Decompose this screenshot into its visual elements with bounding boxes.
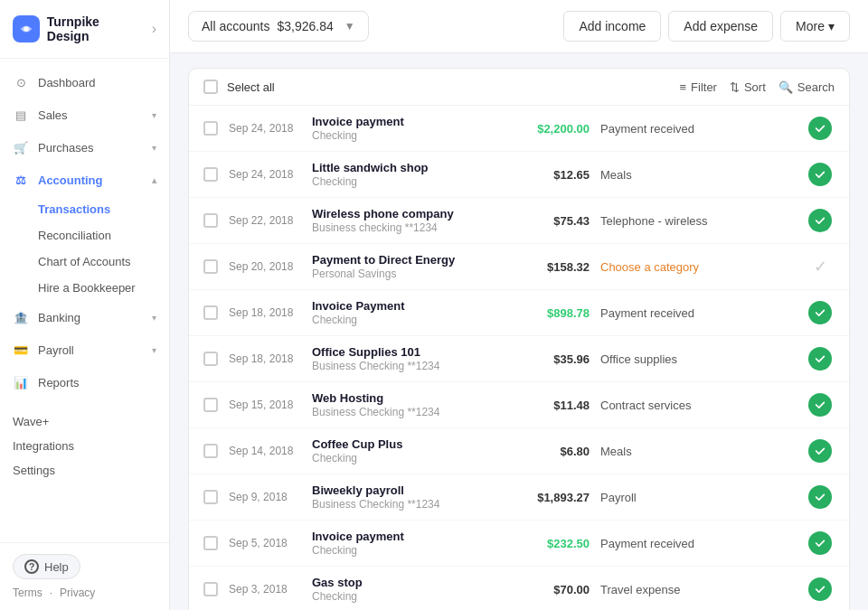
banking-icon: 🏦: [13, 309, 29, 325]
sidebar-item-reconciliation[interactable]: Reconciliation: [38, 222, 169, 249]
row-date-10: Sep 3, 2018: [229, 583, 301, 596]
row-date-3: Sep 20, 2018: [229, 260, 301, 273]
sidebar-item-chart-of-accounts[interactable]: Chart of Accounts: [38, 249, 169, 275]
row-checkbox-9[interactable]: [203, 536, 218, 550]
table-row[interactable]: Sep 22, 2018 Wireless phone company Busi…: [189, 198, 849, 244]
terms-link[interactable]: Terms: [13, 587, 42, 599]
row-name-2: Wireless phone company: [312, 207, 506, 221]
table-row[interactable]: Sep 15, 2018 Web Hosting Business Checki…: [189, 382, 849, 428]
row-date-8: Sep 9, 2018: [229, 491, 301, 503]
sidebar-collapse-icon[interactable]: ›: [152, 21, 156, 37]
row-checkbox-8[interactable]: [203, 490, 218, 504]
table-row[interactable]: Sep 14, 2018 Coffee Cup Plus Checking $6…: [189, 428, 849, 474]
sidebar-item-banking[interactable]: 🏦 Banking ▾: [0, 301, 169, 333]
sidebar-item-integrations[interactable]: Integrations: [13, 434, 156, 458]
row-account-0: Checking: [312, 129, 506, 142]
row-category-0: Payment received: [600, 122, 795, 136]
row-checkbox-4[interactable]: [203, 305, 218, 320]
row-checkbox-3[interactable]: [203, 259, 218, 274]
row-checkbox-10[interactable]: [203, 582, 218, 596]
more-button[interactable]: More ▾: [780, 11, 850, 42]
row-account-4: Checking: [312, 314, 506, 326]
add-income-button[interactable]: Add income: [563, 11, 661, 42]
row-category-5: Office supplies: [600, 352, 795, 366]
sidebar-item-purchases-label: Purchases: [38, 141, 93, 155]
row-status-3: ✓: [806, 257, 835, 277]
row-amount-4: $898.78: [517, 306, 590, 320]
accounting-subnav: Transactions Reconciliation Chart of Acc…: [0, 196, 169, 301]
row-status-4: [806, 301, 835, 324]
row-name-0: Invoice payment: [312, 115, 506, 128]
select-all-checkbox[interactable]: [203, 80, 218, 94]
row-status-6: [806, 393, 835, 417]
row-checkbox-0[interactable]: [203, 121, 218, 136]
payroll-icon: 💳: [13, 342, 29, 358]
status-done-icon-6: [808, 393, 832, 417]
sidebar-item-hire-bookkeeper[interactable]: Hire a Bookkeeper: [38, 275, 169, 301]
row-checkbox-5[interactable]: [203, 352, 218, 366]
sidebar-item-dashboard[interactable]: ⊙ Dashboard: [0, 66, 169, 99]
row-checkbox-1[interactable]: [203, 167, 218, 182]
row-category-8: Payroll: [600, 491, 795, 504]
sort-button[interactable]: ⇅ Sort: [730, 80, 766, 94]
table-row[interactable]: Sep 9, 2018 Biweekly payroll Business Ch…: [189, 474, 849, 521]
row-name-8: Biweekly payroll: [312, 483, 506, 497]
sidebar: Turnpike Design › ⊙ Dashboard ▤ Sales ▾ …: [0, 0, 170, 610]
row-details-2: Wireless phone company Business checking…: [312, 207, 506, 234]
table-row[interactable]: Sep 24, 2018 Little sandwich shop Checki…: [189, 152, 849, 198]
row-date-0: Sep 24, 2018: [229, 122, 301, 135]
status-done-icon-10: [808, 577, 832, 601]
account-selector[interactable]: All accounts $3,926.84 ▼: [188, 11, 369, 42]
sidebar-item-reports[interactable]: 📊 Reports: [0, 366, 169, 399]
table-row[interactable]: Sep 18, 2018 Invoice Payment Checking $8…: [189, 290, 849, 336]
logo-area: Turnpike Design ›: [0, 0, 169, 59]
help-button[interactable]: ? Help: [13, 554, 80, 579]
row-amount-8: $1,893.27: [517, 491, 590, 504]
logo-text: Turnpike Design: [47, 14, 145, 43]
row-status-0: [806, 117, 835, 140]
table-row[interactable]: Sep 3, 2018 Gas stop Checking $70.00 Tra…: [189, 567, 849, 610]
reports-icon: 📊: [13, 374, 29, 390]
table-row[interactable]: Sep 20, 2018 Payment to Direct Energy Pe…: [189, 244, 849, 290]
status-done-icon-5: [808, 347, 832, 371]
sidebar-item-accounting[interactable]: ⚖ Accounting ▴: [0, 164, 169, 196]
row-checkbox-7[interactable]: [203, 444, 218, 458]
footer-separator: ·: [50, 587, 52, 599]
sidebar-item-accounting-label: Accounting: [38, 174, 103, 187]
accounting-chevron: ▴: [152, 175, 156, 185]
transaction-list: Sep 24, 2018 Invoice payment Checking $2…: [189, 106, 849, 610]
sort-icon: ⇅: [730, 80, 740, 94]
row-account-2: Business checking **1234: [312, 221, 506, 234]
table-row[interactable]: Sep 5, 2018 Invoice payment Checking $23…: [189, 521, 849, 567]
filter-label: Filter: [691, 80, 717, 94]
purchases-icon: 🛒: [13, 139, 29, 155]
row-category-3[interactable]: Choose a category: [600, 260, 795, 274]
sidebar-item-reports-label: Reports: [38, 376, 80, 389]
privacy-link[interactable]: Privacy: [60, 587, 95, 599]
row-status-1: [806, 163, 835, 186]
table-row[interactable]: Sep 18, 2018 Office Supplies 101 Busines…: [189, 336, 849, 382]
accounting-icon: ⚖: [13, 172, 29, 188]
sidebar-item-wave-plus[interactable]: Wave+: [13, 409, 156, 434]
sidebar-item-sales[interactable]: ▤ Sales ▾: [0, 99, 169, 131]
search-button[interactable]: 🔍 Search: [778, 80, 835, 94]
add-expense-button[interactable]: Add expense: [668, 11, 773, 42]
filter-button[interactable]: ≡ Filter: [679, 80, 716, 94]
table-row[interactable]: Sep 24, 2018 Invoice payment Checking $2…: [189, 106, 849, 152]
row-checkbox-2[interactable]: [203, 213, 218, 228]
select-all-label: Select all: [227, 80, 275, 94]
row-details-9: Invoice payment Checking: [312, 530, 506, 557]
account-chevron-icon: ▼: [344, 20, 355, 33]
row-amount-9: $232.50: [517, 537, 590, 550]
sidebar-item-settings[interactable]: Settings: [13, 458, 156, 483]
sidebar-nav: ⊙ Dashboard ▤ Sales ▾ 🛒 Purchases ▾ ⚖ Ac…: [0, 59, 169, 542]
row-status-7: [806, 439, 835, 463]
row-details-4: Invoice Payment Checking: [312, 299, 506, 326]
sidebar-item-payroll[interactable]: 💳 Payroll ▾: [0, 333, 169, 366]
account-name: All accounts: [202, 19, 269, 33]
row-checkbox-6[interactable]: [203, 398, 218, 412]
sidebar-item-purchases[interactable]: 🛒 Purchases ▾: [0, 131, 169, 164]
sidebar-item-sales-label: Sales: [38, 108, 68, 122]
sales-chevron: ▾: [152, 110, 156, 120]
sidebar-item-transactions[interactable]: Transactions: [38, 196, 169, 222]
